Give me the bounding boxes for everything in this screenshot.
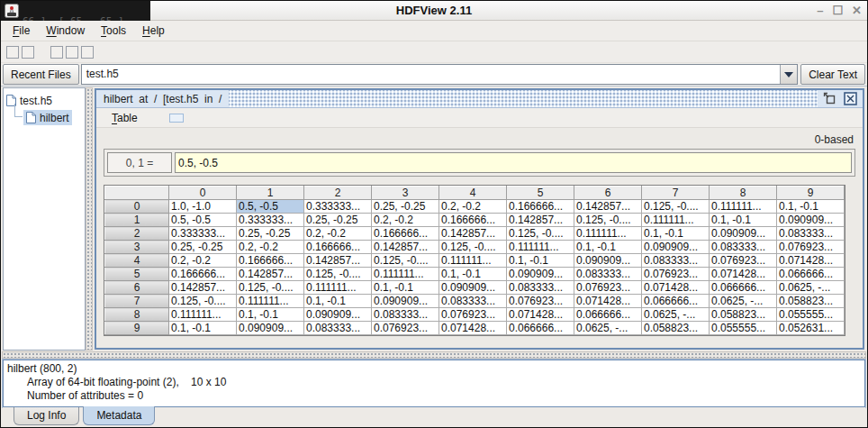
table-cell[interactable]: 0.083333...: [642, 254, 710, 268]
table-cell[interactable]: 0.0625, -...: [777, 281, 845, 295]
column-header[interactable]: 4: [439, 187, 507, 200]
column-header[interactable]: 9: [777, 187, 845, 200]
table-cell[interactable]: 0.125, -0....: [574, 214, 642, 227]
table-cell[interactable]: 0.125, -0....: [237, 281, 304, 295]
table-cell[interactable]: 0.125, -0....: [372, 254, 439, 268]
table-cell[interactable]: 0.076923...: [372, 322, 439, 335]
table-cell[interactable]: 0.090909...: [372, 295, 439, 308]
row-header[interactable]: 5: [105, 268, 169, 281]
restore-icon[interactable]: [823, 92, 836, 105]
table-cell[interactable]: 0.333333...: [237, 214, 304, 227]
table-cell[interactable]: 0.2, -0.2: [169, 254, 237, 268]
table-cell[interactable]: 1.0, -1.0: [169, 200, 237, 214]
table-cell[interactable]: 0.142857...: [237, 268, 304, 281]
column-header[interactable]: 7: [642, 187, 710, 200]
row-header[interactable]: 3: [105, 241, 169, 254]
table-cell[interactable]: 0.1, -0.1: [304, 295, 372, 308]
table-cell[interactable]: 0.166666...: [237, 254, 304, 268]
table-cell[interactable]: 0.076923...: [710, 254, 777, 268]
table-cell[interactable]: 0.083333...: [372, 308, 439, 322]
table-cell[interactable]: 0.25, -0.25: [169, 241, 237, 254]
table-cell[interactable]: 0.2, -0.2: [439, 200, 507, 214]
toolbar-button-3[interactable]: [50, 46, 63, 59]
menu-item-help[interactable]: Help: [134, 22, 173, 40]
table-cell[interactable]: 0.25, -0.25: [304, 214, 372, 227]
table-cell[interactable]: 0.090909...: [439, 281, 507, 295]
table-cell[interactable]: 0.058823...: [710, 308, 777, 322]
table-cell[interactable]: 0.083333...: [507, 281, 574, 295]
table-cell[interactable]: 0.066666...: [777, 268, 845, 281]
table-cell[interactable]: 0.052631...: [777, 322, 845, 335]
table-cell[interactable]: 0.142857...: [574, 200, 642, 214]
table-cell[interactable]: 0.111111...: [507, 241, 574, 254]
table-cell[interactable]: 0.058823...: [777, 295, 845, 308]
vertical-splitter[interactable]: [86, 87, 93, 351]
table-cell[interactable]: 0.1, -0.1: [642, 227, 710, 241]
close-frame-icon[interactable]: [844, 92, 857, 105]
table-cell[interactable]: 0.1, -0.1: [777, 200, 845, 214]
table-cell[interactable]: 0.1, -0.1: [710, 214, 777, 227]
table-cell[interactable]: 0.142857...: [507, 214, 574, 227]
tab-metadata[interactable]: Metadata: [83, 406, 155, 425]
table-cell[interactable]: 0.071428...: [710, 268, 777, 281]
menu-item-window[interactable]: Window: [38, 22, 93, 40]
table-cell[interactable]: 0.25, -0.25: [237, 227, 304, 241]
table-cell[interactable]: 0.090909...: [777, 214, 845, 227]
table-cell[interactable]: 0.166666...: [169, 268, 237, 281]
table-cell[interactable]: 0.066666...: [710, 281, 777, 295]
table-cell[interactable]: 0.166666...: [304, 241, 372, 254]
table-cell[interactable]: 0.111111...: [710, 200, 777, 214]
column-header[interactable]: 1: [237, 187, 304, 200]
row-header[interactable]: 4: [105, 254, 169, 268]
table-cell[interactable]: 0.090909...: [237, 322, 304, 335]
table-cell[interactable]: 0.090909...: [574, 254, 642, 268]
toolbar-button-5[interactable]: [81, 46, 94, 59]
tab-log-info[interactable]: Log Info: [14, 407, 79, 425]
table-cell[interactable]: 0.125, -0....: [304, 268, 372, 281]
table-cell[interactable]: 0.071428...: [439, 322, 507, 335]
table-cell[interactable]: 0.0625, -...: [710, 295, 777, 308]
table-cell[interactable]: 0.111111...: [304, 281, 372, 295]
table-cell[interactable]: 0.111111...: [237, 295, 304, 308]
maximize-icon[interactable]: ☐: [832, 5, 843, 17]
table-cell[interactable]: 0.1, -0.1: [237, 308, 304, 322]
file-path-value[interactable]: test.h5: [82, 65, 780, 84]
horizontal-splitter[interactable]: [2, 351, 866, 359]
table-cell[interactable]: 0.111111...: [372, 268, 439, 281]
table-cell[interactable]: 0.0625, -...: [574, 322, 642, 335]
close-icon[interactable]: ✕: [852, 5, 862, 17]
toolbar-button-1[interactable]: [6, 46, 19, 59]
table-cell[interactable]: 0.090909...: [642, 241, 710, 254]
table-cell[interactable]: 0.090909...: [507, 268, 574, 281]
table-cell[interactable]: 0.1, -0.1: [169, 322, 237, 335]
table-cell[interactable]: 0.066666...: [507, 322, 574, 335]
table-cell[interactable]: 0.058823...: [642, 322, 710, 335]
table-cell[interactable]: 0.090909...: [710, 227, 777, 241]
table-cell[interactable]: 0.055555...: [777, 308, 845, 322]
table-cell[interactable]: 0.071428...: [507, 308, 574, 322]
table-cell[interactable]: 0.111111...: [169, 308, 237, 322]
column-header[interactable]: 0: [169, 187, 237, 200]
cell-value-input[interactable]: [175, 152, 852, 173]
table-cell[interactable]: 0.125, -0....: [439, 241, 507, 254]
row-header[interactable]: 2: [105, 227, 169, 241]
table-cell[interactable]: 0.071428...: [574, 295, 642, 308]
row-header[interactable]: 6: [105, 281, 169, 295]
column-header[interactable]: 2: [304, 187, 372, 200]
table-cell[interactable]: 0.333333...: [304, 200, 372, 214]
table-cell[interactable]: 0.166666...: [439, 214, 507, 227]
table-cell[interactable]: 0.2, -0.2: [372, 214, 439, 227]
table-cell[interactable]: 0.125, -0....: [169, 295, 237, 308]
table-cell[interactable]: 0.076923...: [507, 295, 574, 308]
table-cell[interactable]: 0.076923...: [777, 241, 845, 254]
table-cell[interactable]: 0.083333...: [777, 227, 845, 241]
table-cell[interactable]: 0.083333...: [710, 241, 777, 254]
table-cell[interactable]: 0.076923...: [642, 268, 710, 281]
menu-item-tools[interactable]: Tools: [93, 22, 134, 40]
table-cell[interactable]: 0.125, -0....: [642, 200, 710, 214]
table-cell[interactable]: 0.083333...: [304, 322, 372, 335]
table-cell[interactable]: 0.2, -0.2: [304, 227, 372, 241]
menu-item-table[interactable]: Table: [104, 109, 146, 127]
table-cell[interactable]: 0.142857...: [439, 227, 507, 241]
table-cell[interactable]: 0.066666...: [574, 308, 642, 322]
